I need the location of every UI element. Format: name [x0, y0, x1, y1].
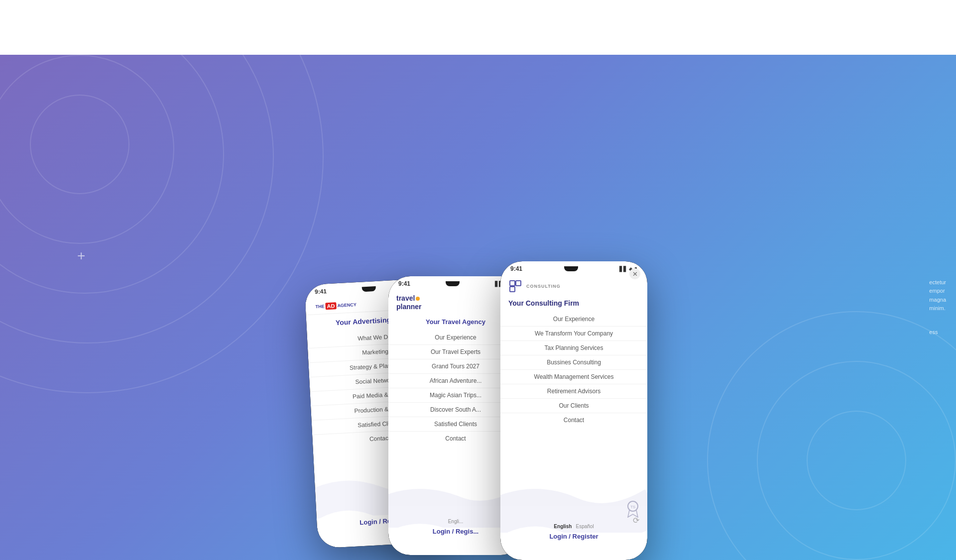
time-3: 9:41 [510, 265, 522, 272]
top-white-bar [0, 0, 956, 55]
bg-arc-r3 [707, 311, 956, 560]
lang-footer-3: English Español [500, 524, 647, 529]
nav-c-transform[interactable]: We Transform Your Company [500, 327, 647, 341]
bg-arc-3 [0, 55, 224, 294]
nav-c-retirement[interactable]: Retirement Advisors [500, 384, 647, 399]
svg-rect-2 [510, 287, 515, 292]
phone-consulting-screen: 9:41 ▋▋ ◈ ▮ CONSULTING [500, 261, 647, 560]
notch-1 [362, 286, 376, 292]
phones-container: 9:41 ▋▋ ◈ ▮ THE AD AGENCY Your Advertisi… [304, 187, 652, 560]
nav-c-tax-planning[interactable]: Tax Planning Services [500, 341, 647, 355]
lang-es-3[interactable]: Español [576, 524, 594, 529]
time-2: 9:41 [398, 280, 410, 287]
lang-en-3[interactable]: English [554, 524, 572, 529]
nav-c-contact[interactable]: Contact [500, 413, 647, 427]
travel-logo-line1: travel [396, 294, 422, 303]
nav-c-wealth[interactable]: Wealth Management Services [500, 370, 647, 384]
svg-text:TS: TS [630, 505, 635, 509]
right-text-5: ess [929, 328, 946, 337]
bg-arc-4 [0, 55, 274, 343]
award-icon: TS [625, 500, 640, 518]
main-section: + 9:41 ▋▋ ◈ ▮ THE AD AGENCY Your Adverti [0, 55, 956, 560]
nav-c-bussines[interactable]: Bussines Consulting [500, 355, 647, 370]
time-1: 9:41 [315, 288, 327, 295]
travel-logo-text-block: travel planner [396, 294, 422, 311]
bg-arc-2 [0, 55, 174, 244]
ad-logo-ad: AD [325, 302, 337, 310]
right-text-2: empor [929, 287, 946, 296]
svg-rect-0 [510, 281, 515, 286]
consulting-label: CONSULTING [526, 284, 561, 289]
ad-logo-the: THE [315, 304, 324, 309]
right-text-1: ectetur [929, 278, 946, 287]
close-button[interactable]: ✕ [629, 268, 640, 279]
right-partial-content: ectetur empor magna minim. ess [929, 278, 946, 337]
right-text-3: magna [929, 296, 946, 305]
plus-decoration-icon: + [77, 249, 85, 263]
svg-rect-1 [516, 281, 521, 286]
notch-3 [564, 266, 578, 271]
notch-2 [446, 281, 460, 286]
travel-dot [416, 297, 420, 301]
bg-arc-r2 [757, 361, 956, 560]
cp-logo-icon [508, 279, 522, 293]
bg-arc-5 [0, 55, 324, 393]
status-bar-3: 9:41 ▋▋ ◈ ▮ [500, 261, 647, 274]
nav-c-clients[interactable]: Our Clients [500, 399, 647, 413]
cp-logo-svg [508, 279, 522, 293]
nav-c-experience[interactable]: Our Experience [500, 312, 647, 327]
consulting-nav: Our Experience We Transform Your Company… [500, 310, 647, 429]
award-badge: TS [625, 500, 640, 518]
login-footer-3[interactable]: Login / Register [500, 533, 647, 540]
travel-logo-line2: planner [396, 303, 422, 311]
bg-arc-1 [30, 95, 129, 194]
ad-logo-agency: AGENCY [337, 302, 357, 308]
consulting-firm-title: Your Consulting Firm [500, 295, 647, 310]
right-text-4: minim. [929, 304, 946, 313]
bg-arc-r1 [807, 411, 906, 510]
consulting-logo-area: CONSULTING [500, 274, 647, 295]
lang-en-2[interactable]: Engli... [448, 519, 464, 524]
phone-consulting: 9:41 ▋▋ ◈ ▮ CONSULTING [500, 261, 647, 560]
